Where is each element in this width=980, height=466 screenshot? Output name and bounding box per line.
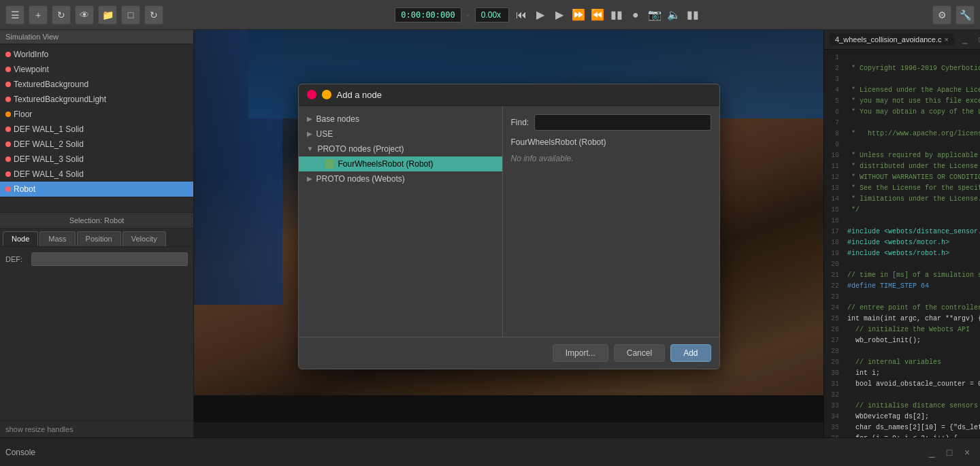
code-line: 2 * Copyright 1996-2019 Cyberbotics Lt [824,63,980,74]
find-input[interactable] [534,114,710,131]
tree-dot [5,112,11,117]
code-area[interactable]: 12 * Copyright 1996-2019 Cyberbotics Lt3… [824,50,980,437]
code-line: 11 * distributed under the License is d [824,161,980,172]
tree-item-worldinfo[interactable]: WorldInfo [0,47,193,62]
sidebar-toggle-btn[interactable]: ☰ [5,5,24,24]
robot-icon [325,159,334,169]
add-btn[interactable]: Add [670,344,710,362]
arrow-open-icon: ▼ [307,145,314,152]
code-line: 4 * Licensed under the Apache License, [824,85,980,96]
code-line: 7 [824,118,980,129]
line-code: * Copyright 1996-2019 Cyberbotics Lt [845,63,980,74]
stop-record-btn[interactable]: ▮▮ [608,7,625,23]
code-line: 27 wb_robot_init(); [824,335,980,346]
dialog-min-btn[interactable] [322,90,331,99]
dialog-info-panel: Find: FourWheelsRobot (Robot) No info av… [503,106,719,337]
line-number: 26 [824,324,845,335]
line-number: 23 [824,292,845,303]
editor-tab-file[interactable]: 4_wheels_collision_avoidance.c × [830,33,954,46]
view-btn[interactable]: 👁 [75,5,94,24]
tree-item-robot[interactable]: Robot [0,182,193,197]
tools-btn[interactable]: 🔧 [956,5,975,24]
line-code: // initialise distance sensors [845,401,980,412]
code-line: 19#include <webots/robot.h> [824,248,980,259]
dialog-tree-base-nodes[interactable]: ▶ Base nodes [299,112,502,127]
console-label: Console [5,448,35,457]
line-number: 7 [824,118,845,129]
line-number: 33 [824,401,845,412]
tree-item-wall1[interactable]: DEF WALL_1 Solid [0,122,193,137]
tree-item-texturedbglight[interactable]: TexturedBackgroundLight [0,92,193,107]
console-close-btn[interactable]: × [960,445,975,460]
faster-btn[interactable]: ⏪ [589,7,606,23]
line-code: // entree point of the controller [845,303,980,314]
dialog-tree-use[interactable]: ▶ USE [299,127,502,142]
settings-btn[interactable]: ⚙ [932,5,951,24]
tab-position[interactable]: Position [77,231,121,246]
record-btn[interactable]: ● [627,7,644,23]
code-line: 1 [824,52,980,63]
tree-item-wall3[interactable]: DEF WALL_3 Solid [0,152,193,167]
tab-mass[interactable]: Mass [39,231,75,246]
no-info-text: No info available. [511,154,711,163]
def-input[interactable] [31,252,188,266]
arrow-icon: ▶ [307,130,312,137]
cancel-btn[interactable]: Cancel [614,344,665,362]
line-number: 29 [824,357,845,368]
line-number: 11 [824,161,845,172]
code-line: 12 * WITHOUT WARRANTIES OR CONDITIONS O [824,172,980,183]
volume-btn[interactable]: 🔈 [666,7,682,23]
line-number: 18 [824,237,845,248]
code-line: 29 // internal variables [824,357,980,368]
dialog-tree: ▶ Base nodes ▶ USE ▼ PROTO nodes (Projec… [299,106,503,337]
line-number: 19 [824,248,845,259]
tree-item-label: DEF WALL_1 Solid [14,124,84,134]
line-code: * WITHOUT WARRANTIES OR CONDITIONS O [845,172,980,183]
show-resize-btn[interactable]: show resize handles [0,420,193,437]
reload-btn[interactable]: ↻ [144,5,163,24]
rewind-btn[interactable]: ⏮ [513,7,529,23]
pause-btn[interactable]: ▮▮ [685,7,701,23]
screenshot-btn[interactable]: 📷 [647,7,663,23]
step-back-btn[interactable]: ▶ [532,7,549,23]
line-code: // initialize the Webots API [845,324,980,335]
fast-forward-btn[interactable]: ⏩ [570,7,587,23]
tree-item-wall2[interactable]: DEF WALL_2 Solid [0,137,193,152]
dialog-tree-label: FourWheelsRobot (Robot) [338,159,434,169]
console-restore-btn[interactable]: □ [942,445,957,460]
dialog-tree-proto-project[interactable]: ▼ PROTO nodes (Project) [299,142,502,156]
code-line: 20 [824,259,980,270]
editor-min-btn[interactable]: ⎯ [958,33,972,46]
tree-item-viewpoint[interactable]: Viewpoint [0,62,193,77]
tree-item-texturedbg[interactable]: TexturedBackground [0,77,193,92]
dialog-tree-proto-webots[interactable]: ▶ PROTO nodes (Webots) [299,171,502,186]
play-btn[interactable]: ▶ [551,7,568,23]
add-node-btn[interactable]: + [29,5,48,24]
tree-item-wall4[interactable]: DEF WALL_4 Solid [0,167,193,182]
editor-title-bar: 4_wheels_collision_avoidance.c × ⎯ □ × ⚙… [824,30,980,50]
reset-btn[interactable]: ↻ [52,5,71,24]
dialog-tree-fourwheels[interactable]: FourWheelsRobot (Robot) [299,156,502,171]
console-min-btn[interactable]: ⎯ [924,445,939,460]
line-number: 21 [824,270,845,281]
line-number: 2 [824,63,845,74]
editor-restore-btn[interactable]: □ [975,33,980,46]
tab-node[interactable]: Node [3,231,38,246]
tree-dot [5,156,11,162]
line-code: char ds_names[2][10] = {"ds_left", [845,422,980,433]
tab-velocity[interactable]: Velocity [122,231,166,246]
folder-btn[interactable]: 📁 [98,5,117,24]
fullscreen-btn[interactable]: □ [121,5,140,24]
code-line: 21// time in [ms] of a simulation step [824,270,980,281]
line-code [845,74,980,85]
dialog-close-btn[interactable] [307,90,316,99]
find-label: Find: [511,118,529,127]
tree-item-floor[interactable]: Floor [0,107,193,122]
code-line: 6 * You may obtain a copy of the Licen [824,107,980,118]
import-btn[interactable]: Import... [553,344,608,362]
line-number: 5 [824,96,845,107]
tree-dot [5,97,11,102]
line-code [845,259,980,270]
line-number: 16 [824,216,845,227]
editor-tab-close-btn[interactable]: × [945,35,949,44]
